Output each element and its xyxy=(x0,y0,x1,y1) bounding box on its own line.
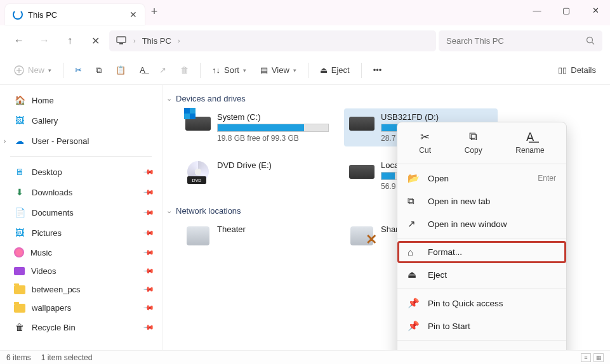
plus-circle-icon xyxy=(14,65,24,75)
sidebar-item-label: Documents xyxy=(32,208,74,218)
network-drive-icon: ✕ xyxy=(349,224,375,247)
pin-icon: 📌 xyxy=(142,246,154,258)
ctx-item-label: Pin to Quick access xyxy=(428,299,503,308)
copy-icon: ⧉ xyxy=(469,130,477,143)
context-menu: ✂ Cut ⧉ Copy A͟ Rename 📂 Open Enter ⧉ Op… xyxy=(397,122,567,364)
ctx-item-label: Eject xyxy=(428,270,447,280)
sidebar-item-documents[interactable]: 📄Documents 📌 xyxy=(3,202,159,223)
sort-button[interactable]: ↑↓Sort▾ xyxy=(206,60,253,81)
drive-item[interactable]: DVD DVD Drive (E:) xyxy=(180,157,334,195)
maximize-button[interactable]: ▢ xyxy=(552,0,581,20)
tab-title: This PC xyxy=(28,10,57,20)
search-input[interactable]: Search This PC xyxy=(439,30,602,51)
monitor-icon xyxy=(116,35,127,46)
sidebar-item-pictures[interactable]: 🖼Pictures 📌 xyxy=(3,223,159,243)
paste-button[interactable]: 📋 xyxy=(109,60,132,81)
minimize-button[interactable]: — xyxy=(522,0,552,20)
tab-close-icon[interactable]: ✕ xyxy=(129,10,137,20)
search-icon xyxy=(586,36,595,45)
ctx-item-icon: ⏏ xyxy=(408,269,419,280)
more-button[interactable]: ••• xyxy=(367,60,388,81)
breadcrumb[interactable]: › This PC › xyxy=(109,30,436,51)
address-bar-row: ← → ↑ ✕ › This PC › Search This PC xyxy=(0,25,610,56)
network-location-item[interactable]: Theater xyxy=(180,221,334,251)
pin-icon: 📌 xyxy=(142,186,154,198)
network-location-name: Theater xyxy=(217,224,329,234)
gallery-icon: 🖼 xyxy=(14,115,25,126)
drive-icon xyxy=(349,160,375,183)
ctx-item-pin to quick acce[interactable]: 📌 Pin to Quick access xyxy=(397,292,566,315)
refresh-button[interactable]: ✕ xyxy=(84,29,107,52)
close-button[interactable]: ✕ xyxy=(581,0,610,20)
drive-free-text: 19.8 GB free of 99.3 GB xyxy=(217,134,329,143)
ctx-item-open in new tab[interactable]: ⧉ Open in new tab xyxy=(397,190,566,212)
sidebar-item-music[interactable]: Music 📌 xyxy=(3,243,159,262)
details-button[interactable]: ▯▯Details xyxy=(552,60,602,81)
up-button[interactable]: ↑ xyxy=(58,29,81,52)
view-list-icon[interactable]: ≡ xyxy=(581,353,591,362)
pin-icon: 📌 xyxy=(142,321,154,333)
onedrive-icon: ☁ xyxy=(14,135,25,146)
sidebar-item-wallpapers[interactable]: wallpapers 📌 xyxy=(3,299,159,317)
status-selected-count: 1 item selected xyxy=(41,353,93,362)
chevron-right-icon[interactable]: › xyxy=(4,138,6,145)
status-item-count: 6 items xyxy=(6,353,31,362)
folder-icon xyxy=(14,304,25,313)
rename-button[interactable]: A͟ xyxy=(133,60,152,81)
sidebar-item-downloads[interactable]: ⬇Downloads 📌 xyxy=(3,182,159,202)
view-button[interactable]: ▤View▾ xyxy=(254,60,303,81)
forward-button[interactable]: → xyxy=(33,29,56,52)
sidebar-item-videos[interactable]: Videos 📌 xyxy=(3,262,159,280)
sidebar-item-user - personal[interactable]: › ☁User - Personal xyxy=(3,131,159,151)
sidebar-item-recycle bin[interactable]: 🗑Recycle Bin 📌 xyxy=(3,317,159,337)
ctx-item-open in new window[interactable]: ↗ Open in new window xyxy=(397,212,566,235)
sidebar-item-label: User - Personal xyxy=(32,136,89,146)
new-tab-button[interactable]: + xyxy=(145,5,164,21)
ctx-item-icon: ↗ xyxy=(408,218,419,230)
drive-icon xyxy=(185,112,211,135)
section-devices[interactable]: ⌄Devices and drives xyxy=(166,91,600,106)
new-button[interactable]: New▾ xyxy=(8,60,58,81)
ctx-item-format[interactable]: ⌂ Format... xyxy=(397,241,566,263)
ctx-item-pin to -tart[interactable]: 📌 Pin to Start xyxy=(397,315,566,337)
view-grid-icon[interactable]: ▦ xyxy=(593,353,604,362)
ctx-item-icon: 📌 xyxy=(408,297,419,309)
details-pane-icon: ▯▯ xyxy=(558,65,567,75)
sidebar-item-label: Videos xyxy=(31,266,56,276)
network-drive-icon xyxy=(185,224,211,247)
ctx-item-label: Pin to Start xyxy=(428,322,470,331)
sidebar-item-gallery[interactable]: 🖼Gallery xyxy=(3,110,159,131)
ctx-cut-button[interactable]: ✂ Cut xyxy=(419,130,431,155)
ctx-item-icon: 📌 xyxy=(408,320,419,332)
drive-name: USB321FD (D:) xyxy=(381,112,493,122)
status-bar: 6 items 1 item selected ≡ ▦ xyxy=(0,350,610,364)
crumb-this-pc[interactable]: This PC xyxy=(142,36,171,46)
sort-icon: ↑↓ xyxy=(212,65,220,75)
ctx-item-eject[interactable]: ⏏ Eject xyxy=(397,263,566,286)
ctx-rename-button[interactable]: A͟ Rename xyxy=(515,130,544,155)
ctx-item-icon: ⌂ xyxy=(408,247,419,257)
view-icon: ▤ xyxy=(260,65,268,75)
svg-rect-1 xyxy=(119,43,123,44)
titlebar: This PC ✕ + — ▢ ✕ xyxy=(0,0,610,25)
delete-button[interactable]: 🗑 xyxy=(174,60,195,81)
trash-icon: 🗑 xyxy=(180,65,189,75)
clipboard-icon: 📋 xyxy=(116,65,126,75)
tab-this-pc[interactable]: This PC ✕ xyxy=(5,4,145,25)
ctx-item-open[interactable]: 📂 Open Enter xyxy=(397,167,566,190)
videos-icon xyxy=(14,267,25,275)
copy-button[interactable]: ⧉ xyxy=(90,60,108,81)
sidebar-item-between_pcs[interactable]: between_pcs 📌 xyxy=(3,280,159,299)
cut-button[interactable]: ✂ xyxy=(69,60,88,81)
chevron-right-icon[interactable]: › xyxy=(178,37,180,44)
ctx-copy-button[interactable]: ⧉ Copy xyxy=(465,130,482,155)
sidebar-item-desktop[interactable]: 🖥Desktop 📌 xyxy=(3,162,159,182)
more-icon: ••• xyxy=(373,65,382,75)
sidebar-item-label: Downloads xyxy=(32,188,72,197)
share-button[interactable]: ↗ xyxy=(153,60,173,81)
drive-item[interactable]: System (C:) 19.8 GB free of 99.3 GB xyxy=(180,108,334,146)
back-button[interactable]: ← xyxy=(8,29,30,52)
sidebar-item-label: Pictures xyxy=(32,228,62,238)
sidebar-item-home[interactable]: 🏠Home xyxy=(3,90,159,110)
eject-button[interactable]: ⏏Eject xyxy=(314,60,356,81)
